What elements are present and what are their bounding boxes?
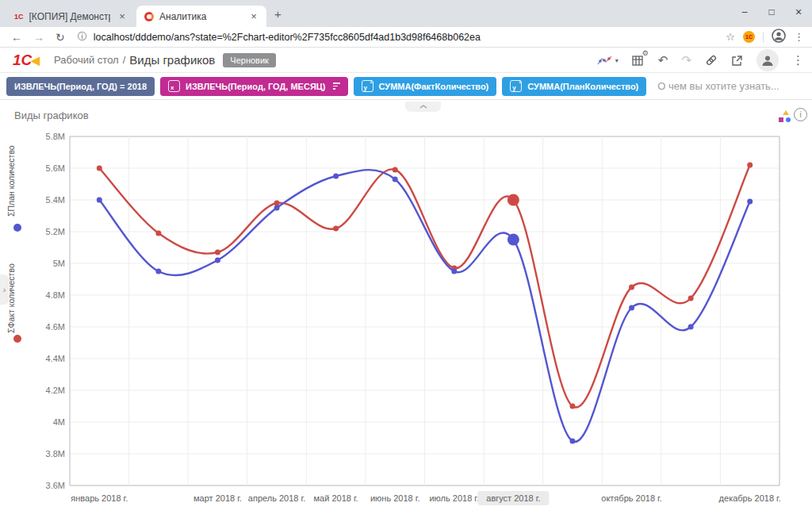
info-icon[interactable]: i [794,108,807,121]
data-point[interactable] [569,404,575,409]
tab-analytics[interactable]: Аналитика × [136,6,266,27]
app-toolbar: ▾ ⚙ ↶ ↷ ⋮ [597,48,804,73]
y-tick-label: 3.6M [46,481,65,490]
measure-chip-fact[interactable]: y1 СУММА(ФактКоличество) [354,77,497,96]
data-point[interactable] [629,285,634,290]
data-point[interactable] [97,166,102,171]
y-tick-label: 5.6M [46,163,65,173]
collapse-panel-button[interactable] [405,102,441,112]
user-avatar[interactable] [756,49,779,71]
data-point[interactable] [747,199,753,205]
chart-title: Виды графиков [14,109,89,121]
measure-chip-plan[interactable]: y1 СУММА(ПланКоличество) [502,77,646,96]
1c-logo[interactable]: 1С◀ [13,52,40,69]
1c-extension-icon[interactable]: 1С [743,31,755,43]
y-tick-label: 4.4M [46,354,65,363]
y-tick-label: 5.4M [46,195,65,205]
1c-favicon: 1С [14,13,24,21]
minimize-button[interactable]: – [731,0,758,24]
gear-icon: ⚙ [642,49,649,57]
page-info-icon[interactable]: ⓘ [78,30,87,44]
breadcrumb-desktop[interactable]: Рабочий стол [54,54,119,66]
browser-window: 1С [КОПИЯ] Демонстрационная ба × Аналити… [0,0,812,518]
browser-menu-icon[interactable]: ⋮ [794,31,804,43]
back-icon[interactable]: ← [11,31,22,44]
data-point[interactable] [508,194,519,206]
undo-button[interactable]: ↶ [658,53,668,67]
y-tick-label: 4.6M [46,322,65,332]
chart-style-icon[interactable] [778,110,792,122]
y-tick-label: 5.2M [46,227,65,236]
x-axis-icon: x [168,80,180,92]
open-external-button[interactable] [731,55,743,67]
chart-type-button[interactable]: ▾ [597,55,619,67]
address-bar: ← → ↻ ⓘ localhost/dddemo/ans?state=%2Fch… [0,27,812,48]
triangle-shape [783,110,789,115]
tab-title: [КОПИЯ] Демонстрационная ба [29,11,110,22]
x-tick-label[interactable]: декабрь 2018 г. [719,493,781,503]
page-title: Виды графиков [129,53,215,67]
data-point[interactable] [393,177,398,182]
data-point[interactable] [688,324,694,330]
filter-bar: ИЗВЛЕЧЬ(Период, ГОД) = 2018 x ИЗВЛЕЧЬ(Пе… [0,73,812,100]
new-tab-button[interactable]: + [274,7,282,21]
more-menu-icon[interactable]: ⋮ [792,53,804,67]
x-tick-label[interactable]: май 2018 г. [314,493,358,503]
reload-icon[interactable]: ↻ [56,31,65,44]
ask-question-input[interactable] [657,80,812,92]
data-point[interactable] [688,296,694,301]
data-point[interactable] [451,269,457,274]
close-tab-icon[interactable]: × [116,10,128,23]
data-point[interactable] [274,205,280,211]
link-button[interactable] [705,54,718,67]
tab-strip: 1С [КОПИЯ] Демонстрационная ба × Аналити… [0,0,812,27]
data-point[interactable] [155,269,161,274]
draft-badge: Черновик [223,53,276,67]
data-point[interactable] [508,234,519,246]
x-tick-label[interactable]: январь 2018 г. [71,493,128,503]
data-point[interactable] [393,167,398,173]
x-tick-label[interactable]: апрель 2018 г. [248,493,305,503]
forward-icon[interactable]: → [33,31,44,44]
square-shape [779,117,783,122]
y-tick-label: 3.8M [46,449,65,459]
chip-label: СУММА(ПланКоличество) [527,82,638,91]
data-point[interactable] [97,198,102,203]
x-tick-label[interactable]: июль 2018 г. [429,493,479,503]
data-point[interactable] [629,305,634,311]
data-point[interactable] [333,226,339,232]
data-point[interactable] [274,201,280,206]
circle-shape [786,117,791,122]
sort-icon[interactable] [333,82,340,90]
x-tick-label[interactable]: август 2018 г. [486,493,540,503]
x-tick-label[interactable]: март 2018 г. [193,493,242,503]
analytics-favicon [144,12,154,21]
pivot-settings-button[interactable]: ⚙ [632,55,645,67]
y-tick-label: 4M [53,417,65,427]
filter-chip-year[interactable]: ИЗВЛЕЧЬ(Период, ГОД) = 2018 [6,77,155,96]
data-point[interactable] [569,439,575,444]
browser-profile-icon[interactable] [772,29,786,46]
data-point[interactable] [747,163,753,168]
data-point[interactable] [215,258,220,263]
x-tick-label[interactable]: июнь 2018 г. [370,493,420,503]
x-tick-label[interactable]: октябрь 2018 г. [601,493,662,503]
bookmark-icon[interactable]: ☆ [726,31,735,43]
breadcrumb-separator: / [123,54,126,66]
redo-button[interactable]: ↷ [681,53,691,67]
close-tab-icon[interactable]: × [247,10,260,23]
y-axis-icon: y1 [362,80,373,92]
divider [763,32,764,43]
chart-card: Виды графиков i ΣПлан количество ΣФакт к… [0,100,812,518]
url-field[interactable]: localhost/dddemo/ans?state=%2Fchart-edit… [94,32,726,43]
chart-plot[interactable]: 5.8M5.6M5.4M5.2M5M4.8M4.6M4.4M4.2M4M3.8M… [0,127,812,518]
tab-demo-base[interactable]: 1С [КОПИЯ] Демонстрационная ба × [6,6,135,27]
data-point[interactable] [215,250,220,255]
maximize-button[interactable]: □ [758,0,785,24]
close-window-button[interactable]: × [785,0,812,24]
data-point[interactable] [155,231,161,236]
logo-arrow-icon: ◀ [31,54,40,67]
y-tick-label: 5M [53,259,65,268]
dimension-chip-month[interactable]: x ИЗВЛЕЧЬ(Период, ГОД, МЕСЯЦ) [160,77,348,96]
data-point[interactable] [333,174,339,179]
